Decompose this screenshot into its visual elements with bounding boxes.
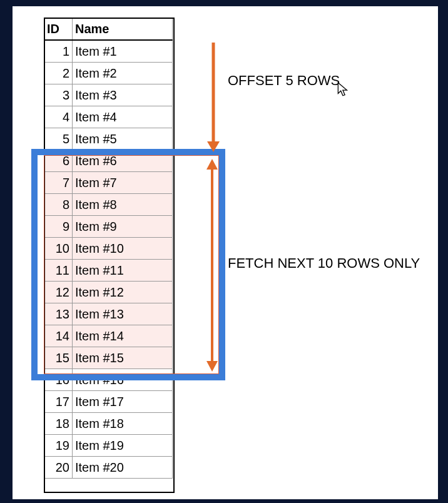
cell-name: Item #5 (73, 128, 173, 150)
cell-id: 1 (44, 40, 73, 63)
cell-name: Item #2 (73, 63, 173, 84)
cell-id: 10 (44, 238, 73, 260)
cursor-icon (337, 81, 350, 98)
svg-marker-3 (206, 159, 218, 170)
arrow-fetch-icon (204, 159, 220, 372)
table-row: 3Item #3 (44, 84, 173, 106)
table-row: 1Item #1 (44, 40, 173, 63)
cell-name: Item #13 (73, 303, 173, 325)
cell-name: Item #4 (73, 106, 173, 128)
cell-id: 12 (44, 282, 73, 303)
cell-name: Item #3 (73, 84, 173, 106)
arrow-offset-icon (205, 43, 221, 152)
slide: ID Name 1Item #12Item #23Item #34Item #4… (13, 6, 438, 499)
cell-name: Item #1 (73, 40, 173, 63)
cell-id: 17 (44, 391, 73, 413)
cell-id: 5 (44, 128, 73, 150)
table-row: 12Item #12 (44, 282, 173, 303)
cell-id: 18 (44, 413, 73, 435)
table-row: 11Item #11 (44, 260, 173, 282)
cell-name: Item #18 (73, 413, 173, 435)
cell-id: 9 (44, 216, 73, 238)
diagram-stage: ID Name 1Item #12Item #23Item #34Item #4… (13, 6, 438, 499)
cell-name: Item #16 (73, 369, 173, 391)
cell-name: Item #17 (73, 391, 173, 413)
cell-name: Item #9 (73, 216, 173, 238)
col-header-id: ID (44, 18, 73, 41)
table-row: 14Item #14 (44, 325, 173, 347)
table-row: 19Item #19 (44, 435, 173, 457)
cell-name: Item #10 (73, 238, 173, 260)
table-row: 9Item #9 (44, 216, 173, 238)
annotation-offset: OFFSET 5 ROWS (228, 73, 340, 89)
cell-name: Item #7 (73, 172, 173, 194)
table-row: 10Item #10 (44, 238, 173, 260)
table-row: 2Item #2 (44, 63, 173, 84)
cell-name: Item #8 (73, 194, 173, 216)
cell-id: 13 (44, 303, 73, 325)
cell-name: Item #20 (73, 457, 173, 479)
cell-id: 15 (44, 347, 73, 369)
cell-name: Item #6 (73, 150, 173, 172)
table-row: 5Item #5 (44, 128, 173, 150)
items-table: ID Name 1Item #12Item #23Item #34Item #4… (44, 18, 173, 479)
cell-name: Item #11 (73, 260, 173, 282)
svg-marker-1 (207, 141, 220, 152)
table-row: 20Item #20 (44, 457, 173, 479)
cell-id: 16 (44, 369, 73, 391)
cell-id: 11 (44, 260, 73, 282)
cell-name: Item #15 (73, 347, 173, 369)
table-row: 4Item #4 (44, 106, 173, 128)
table-row: 8Item #8 (44, 194, 173, 216)
table-row: 7Item #7 (44, 172, 173, 194)
cell-id: 14 (44, 325, 73, 347)
cell-name: Item #14 (73, 325, 173, 347)
table-row: 18Item #18 (44, 413, 173, 435)
table-row: 15Item #15 (44, 347, 173, 369)
cell-id: 2 (44, 63, 73, 84)
cell-id: 4 (44, 106, 73, 128)
cell-name: Item #12 (73, 282, 173, 303)
cell-id: 8 (44, 194, 73, 216)
table-header-row: ID Name (44, 18, 173, 41)
table-row: 6Item #6 (44, 150, 173, 172)
col-header-name: Name (73, 18, 173, 41)
table-row: 13Item #13 (44, 303, 173, 325)
table-body: 1Item #12Item #23Item #34Item #45Item #5… (44, 40, 173, 479)
annotation-fetch: FETCH NEXT 10 ROWS ONLY (228, 255, 420, 272)
cell-id: 19 (44, 435, 73, 457)
cell-id: 20 (44, 457, 73, 479)
table-row: 17Item #17 (44, 391, 173, 413)
svg-marker-4 (206, 361, 218, 372)
cell-name: Item #19 (73, 435, 173, 457)
table-row: 16Item #16 (44, 369, 173, 391)
cell-id: 3 (44, 84, 73, 106)
cell-id: 7 (44, 172, 73, 194)
cell-id: 6 (44, 150, 73, 172)
